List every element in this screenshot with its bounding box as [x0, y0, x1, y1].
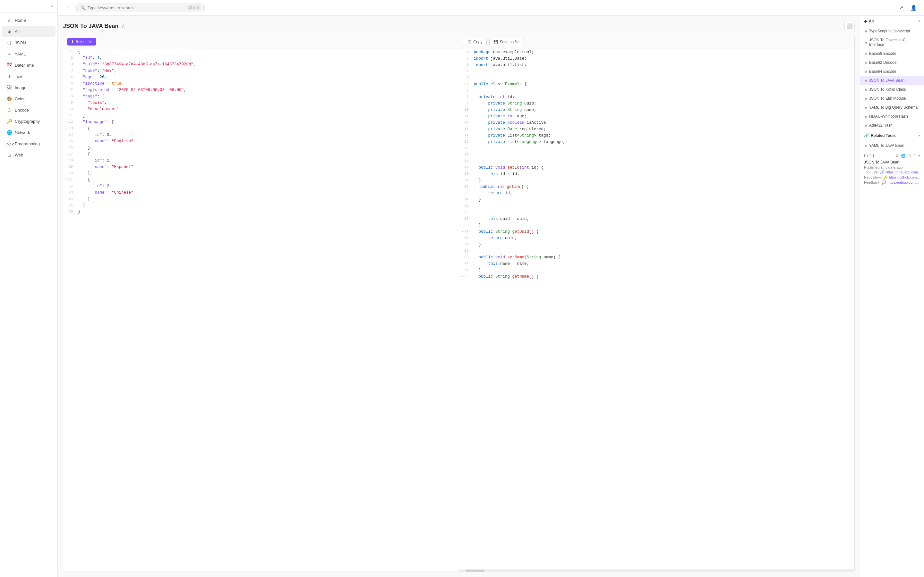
text-icon: T [6, 74, 12, 79]
tool-icon: ◈ [865, 79, 867, 83]
share-button[interactable]: ↗ [896, 3, 906, 13]
tool-link-url[interactable]: https://t.he3app.com... [886, 170, 921, 174]
sidebar-item-label: Color [15, 97, 25, 101]
tool-icon: ◈ [865, 61, 867, 65]
web-icon: ◻ [6, 152, 12, 157]
java-output-editor[interactable]: 1 package com.example.tool; 2 import jav… [459, 49, 855, 569]
code-line: 12 private boolean isActive; [459, 119, 855, 126]
sidebar-item-all[interactable]: ◈ All [2, 26, 55, 37]
sidebar-item-home[interactable]: ⌂ Home [2, 15, 55, 26]
sidebar-item-label: Home [15, 18, 26, 23]
rp-item-json-to-objc[interactable]: ◈ JSON To Objective-C Interface [860, 35, 924, 49]
feedback-icon: 💬 [882, 181, 886, 185]
related-icon: 🔗 [864, 133, 869, 138]
code-line: 19 public void setId(int id) { [459, 164, 855, 171]
save-file-button[interactable]: 💾 Save as file [489, 38, 524, 46]
json-input-editor[interactable]: ▾1 { 2 "id": 1, 3 "uuid": "3d877494-e7d4… [63, 48, 459, 572]
chevron-down-icon[interactable]: ▾ [918, 153, 920, 158]
sidebar-item-text[interactable]: T Text [2, 71, 55, 82]
rp-item-hmac[interactable]: ◈ HMAC-Whirlpool Hash [860, 112, 924, 121]
related-tools-header[interactable]: 🔗 Related Tools ▾ [860, 130, 924, 141]
github-icon[interactable]: ⬡ [908, 153, 911, 158]
code-line: ▾12 "language": [ [63, 119, 459, 125]
heart-icon[interactable]: ♡ [913, 153, 916, 158]
encode-icon: ⬡ [6, 107, 12, 113]
all-tools-header[interactable]: ◈ All ▾ [860, 16, 924, 27]
rp-item-json-to-kotlin[interactable]: ◈ JSON To Kotlin Class [860, 85, 924, 94]
horizontal-scrollbar[interactable] [459, 569, 855, 572]
rp-item-label: Base62 Decode [869, 60, 897, 65]
rp-item-base58[interactable]: ◈ Base58 Encode [860, 49, 924, 58]
favorite-button[interactable]: ☆ [121, 23, 126, 29]
rp-item-json-to-elm[interactable]: ◈ JSON To Elm Module [860, 94, 924, 103]
info-icon: ℹ [864, 154, 865, 158]
code-line: 4 "name": "He3", [63, 68, 459, 74]
rp-item-label: YAML To Big Query Schema [869, 105, 918, 110]
rp-item-yaml-to-java[interactable]: ◈ YAML To JAVA Bean [860, 141, 924, 150]
copy-icon: 📋 [467, 40, 472, 44]
code-line: 6 "isActive": true, [63, 81, 459, 87]
sidebar-collapse-btn[interactable]: « [0, 0, 57, 13]
tool-link-label: Tool Link: [864, 170, 879, 174]
code-line: 26 } [63, 209, 459, 215]
code-line: 24 } [459, 197, 855, 203]
home-button[interactable]: ⌂ [63, 3, 73, 13]
layout-icon: ⬜ [846, 23, 853, 29]
repo-url[interactable]: https://github.com... [889, 175, 920, 179]
code-line: 9 "tools", [63, 100, 459, 106]
layout-toggle-button[interactable]: ⬜ [845, 21, 855, 31]
sidebar-item-label: YAML [15, 52, 26, 56]
rp-item-ts-to-js[interactable]: ◈ TypeScript to Javascript [860, 27, 924, 35]
code-line: 21 } [459, 177, 855, 184]
sidebar-item-label: Text [15, 74, 23, 79]
select-file-button[interactable]: ⬆ Select file [67, 38, 96, 45]
code-line: 14 "id": 0, [63, 132, 459, 138]
tool-main: JSON To JAVA Bean ☆ ⬜ ⬆ Select file [58, 16, 860, 577]
output-panel: 📋 Copy 💾 Save as file 1 package com.exam… [459, 35, 855, 572]
code-line: 33 public void setName(String name) { [459, 254, 855, 261]
tool-icon: ◈ [865, 123, 867, 127]
sidebar-item-programming[interactable]: </> Programming [2, 138, 55, 149]
copy-button[interactable]: 📋 Copy [463, 38, 487, 46]
search-box[interactable]: 🔍 ⌘ + K [76, 3, 205, 12]
sidebar-item-network[interactable]: 🌐 Network [2, 127, 55, 138]
repo-icon: 🔑 [883, 175, 888, 179]
account-button[interactable]: 👤 [909, 3, 919, 13]
feedback-url[interactable]: https://github.com/... [887, 181, 919, 185]
sidebar-item-yaml[interactable]: ≡ YAML [2, 48, 55, 59]
code-line: 20 this.id = id; [459, 171, 855, 177]
published-text: Published at: 5 days ago [864, 165, 903, 169]
related-tools-section: 🔗 Related Tools ▾ ◈ YAML To JAVA Bean [860, 130, 924, 150]
sidebar-item-image[interactable]: 🖼 Image [2, 82, 55, 93]
sidebar: « ⌂ Home ◈ All {} JSON ≡ YAML 📅 Date/Tim… [0, 0, 58, 577]
rp-item-base62[interactable]: ◈ Base62 Decode [860, 58, 924, 67]
footer-tool-name: JSON To JAVA Bean [864, 160, 920, 164]
code-line: 15 "name": "English" [63, 138, 459, 145]
sidebar-item-color[interactable]: 🎨 Color [2, 93, 55, 104]
content-area: JSON To JAVA Bean ☆ ⬜ ⬆ Select file [58, 16, 924, 577]
code-line: 30 return uuid; [459, 235, 855, 242]
sidebar-item-encode[interactable]: ⬡ Encode [2, 105, 55, 115]
sidebar-item-datetime[interactable]: 📅 Date/Time [2, 60, 55, 71]
scrollbar-thumb [465, 570, 485, 572]
sidebar-item-web[interactable]: ◻ Web [2, 149, 55, 160]
code-line: ▾17 { [63, 151, 459, 157]
code-line: 7 [459, 87, 855, 94]
all-icon: ◈ [6, 29, 12, 34]
globe-icon[interactable]: 🌐 [901, 153, 906, 158]
account-icon: 👤 [911, 5, 917, 11]
code-line: 19 "name": "Español" [63, 164, 459, 170]
rp-item-adler32[interactable]: ◈ Adler32 Hash [860, 121, 924, 130]
input-panel: ⬆ Select file ▾1 { 2 "id": 1, [63, 35, 459, 572]
rp-item-yaml-to-bigquery[interactable]: ◈ YAML To Big Query Schema [860, 103, 924, 112]
rp-item-base64[interactable]: ◈ Base64 Encode [860, 67, 924, 76]
search-input[interactable] [87, 5, 186, 10]
sidebar-item-cryptography[interactable]: 🔑 Cryptography [2, 116, 55, 127]
rp-item-label: Adler32 Hash [869, 123, 893, 127]
settings-icon[interactable]: ⚙ [895, 153, 899, 158]
tool-icon: ◈ [865, 143, 867, 148]
rp-item-json-to-java[interactable]: ◈ JSON To JAVA Bean [860, 76, 924, 85]
code-line: 2 import java.util.Date; [459, 55, 855, 62]
code-line: 5 [459, 75, 855, 81]
sidebar-item-json[interactable]: {} JSON [2, 37, 55, 48]
